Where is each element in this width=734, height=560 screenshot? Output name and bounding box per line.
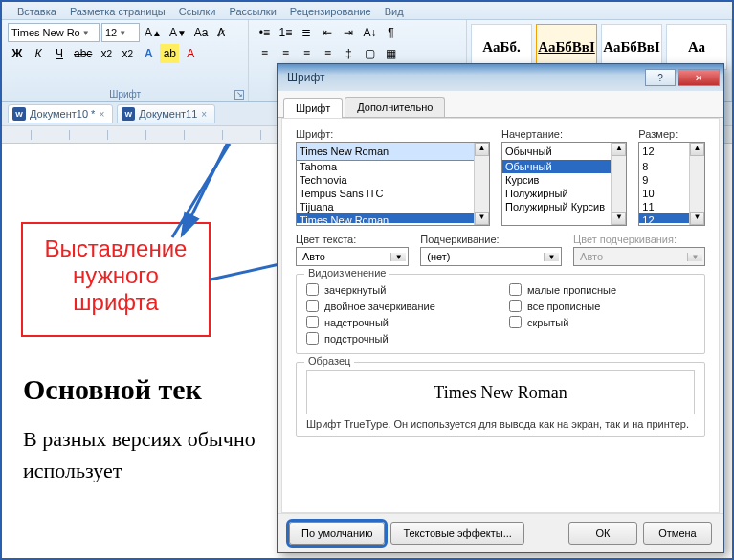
style-input[interactable]	[502, 143, 626, 160]
font-size-combo[interactable]: 12▼	[101, 23, 140, 42]
heading-text: Основной тек	[23, 373, 202, 406]
word-icon: W	[12, 107, 26, 121]
list-item[interactable]: Tijuana	[297, 200, 489, 213]
font-list-label: Шрифт:	[296, 128, 490, 140]
underline-style-label: Подчеркивание:	[420, 234, 562, 245]
dialog-titlebar[interactable]: Шрифт ? ✕	[278, 64, 723, 91]
shrink-font-button[interactable]: A▼	[167, 24, 189, 41]
list-item[interactable]: Полужирный	[502, 187, 626, 200]
clear-formatting-button[interactable]: A̷	[213, 24, 229, 41]
shading-button[interactable]: ▢	[360, 44, 379, 63]
size-listbox[interactable]: 8 9 10 11 12 ▲▼	[638, 142, 705, 226]
borders-button[interactable]: ▦	[381, 44, 400, 63]
superscript-button[interactable]: x2	[118, 44, 137, 63]
sort-button[interactable]: A↓	[360, 23, 379, 42]
allcaps-checkbox[interactable]: все прописные	[509, 299, 616, 313]
sample-group: Образец Times New Roman Шрифт TrueType. …	[296, 362, 705, 437]
close-icon[interactable]: ×	[99, 109, 104, 120]
list-item[interactable]: Полужирный Курсив	[502, 200, 626, 213]
grow-font-button[interactable]: A▲	[142, 24, 165, 41]
numbering-button[interactable]: 1≡	[276, 23, 295, 42]
underline-style-dropdown[interactable]: (нет)▼	[420, 247, 562, 266]
bullets-button[interactable]: •≡	[255, 23, 274, 42]
font-dialog-launcher[interactable]: ↘	[234, 90, 244, 100]
tab-page-layout[interactable]: Разметка страницы	[70, 6, 166, 17]
ok-button[interactable]: ОК	[568, 522, 637, 545]
ribbon-tabs: Вставка Разметка страницы Ссылки Рассылк…	[2, 2, 732, 20]
dialog-tab-font[interactable]: Шрифт	[283, 98, 343, 118]
change-case-button[interactable]: Aa	[191, 24, 211, 41]
svg-line-3	[218, 149, 255, 258]
word-icon: W	[122, 107, 135, 121]
tab-mailings[interactable]: Рассылки	[229, 6, 276, 17]
text-effects-button[interactable]: A	[139, 44, 158, 63]
list-item[interactable]: Обычный	[502, 160, 626, 173]
set-default-button[interactable]: По умолчанию	[289, 522, 385, 545]
font-color-dropdown[interactable]: Авто▼	[296, 247, 409, 266]
style-list-label: Начертание:	[501, 128, 627, 140]
dialog-title: Шрифт	[287, 71, 324, 84]
font-color-label: Цвет текста:	[296, 234, 409, 245]
dialog-buttons: По умолчанию Текстовые эффекты... ОК Отм…	[278, 513, 723, 552]
align-right-button[interactable]: ≡	[297, 44, 316, 63]
text-effects-button[interactable]: Текстовые эффекты...	[390, 522, 524, 545]
hidden-checkbox[interactable]: скрытый	[509, 315, 616, 329]
close-icon[interactable]: ×	[201, 109, 207, 120]
tab-view[interactable]: Вид	[385, 6, 404, 17]
increase-indent-button[interactable]: ⇥	[339, 23, 358, 42]
list-item[interactable]: Technovia	[297, 173, 489, 187]
underline-color-label: Цвет подчеркивания:	[573, 234, 705, 245]
dialog-tabs: Шрифт Дополнительно	[278, 91, 723, 118]
line-spacing-button[interactable]: ‡	[339, 44, 358, 63]
scrollbar[interactable]: ▲▼	[611, 143, 626, 225]
subscript-checkbox[interactable]: подстрочный	[306, 331, 498, 346]
annotation-callout: Выставление нужного шрифта	[21, 222, 211, 337]
strike-checkbox[interactable]: зачеркнутый	[306, 282, 498, 297]
tab-review[interactable]: Рецензирование	[290, 6, 371, 17]
strike-button[interactable]: abc	[71, 44, 95, 63]
align-left-button[interactable]: ≡	[255, 44, 274, 63]
effects-group: Видоизменение зачеркнутый двойное зачерк…	[296, 274, 705, 354]
scrollbar[interactable]: ▲▼	[474, 143, 489, 225]
font-color-button[interactable]: A	[181, 44, 200, 63]
font-name-combo[interactable]: Times New Ro▼	[8, 23, 100, 42]
bold-button[interactable]: Ж	[8, 44, 27, 63]
list-item[interactable]: Курсив	[502, 173, 626, 187]
font-group-label: Шрифт	[109, 89, 141, 100]
pilcrow-button[interactable]: ¶	[381, 23, 400, 42]
tab-references[interactable]: Ссылки	[179, 6, 216, 17]
list-item[interactable]: Times New Roman	[297, 213, 489, 223]
size-list-label: Размер:	[638, 128, 705, 140]
tab-insert[interactable]: Вставка	[17, 6, 56, 17]
doc-tab-1[interactable]: W Документ10 * ×	[8, 104, 113, 123]
paragraph-text: В разных версиях обычно использует	[23, 423, 272, 486]
justify-button[interactable]: ≡	[318, 44, 337, 63]
doc-tab-2[interactable]: W Документ11 ×	[117, 104, 215, 123]
highlight-button[interactable]: ab	[160, 44, 179, 63]
close-button[interactable]: ✕	[678, 69, 720, 86]
scrollbar[interactable]: ▲▼	[689, 143, 704, 225]
list-item[interactable]: Tempus Sans ITC	[297, 187, 489, 200]
dialog-tab-advanced[interactable]: Дополнительно	[345, 97, 445, 117]
chevron-down-icon: ▼	[390, 253, 406, 261]
font-note: Шрифт TrueType. Он используется для выво…	[306, 414, 695, 430]
smallcaps-checkbox[interactable]: малые прописные	[509, 282, 616, 297]
list-item[interactable]: Tahoma	[297, 160, 489, 173]
font-dialog: Шрифт ? ✕ Шрифт Дополнительно Шрифт: Tah…	[277, 63, 724, 553]
help-button[interactable]: ?	[645, 69, 676, 86]
double-strike-checkbox[interactable]: двойное зачеркивание	[306, 299, 498, 313]
font-preview: Times New Roman	[306, 370, 695, 414]
superscript-checkbox[interactable]: надстрочный	[306, 315, 498, 329]
subscript-button[interactable]: x2	[97, 44, 116, 63]
multilevel-button[interactable]: ≣	[297, 23, 316, 42]
style-listbox[interactable]: Обычный Курсив Полужирный Полужирный Кур…	[501, 142, 627, 226]
font-listbox[interactable]: Tahoma Technovia Tempus Sans ITC Tijuana…	[296, 142, 490, 226]
italic-button[interactable]: К	[29, 44, 48, 63]
decrease-indent-button[interactable]: ⇤	[318, 23, 337, 42]
font-name-input[interactable]	[297, 143, 489, 160]
cancel-button[interactable]: Отмена	[643, 522, 712, 545]
underline-color-dropdown: Авто▼	[573, 247, 705, 266]
chevron-down-icon: ▼	[82, 29, 90, 37]
underline-button[interactable]: Ч	[50, 44, 69, 63]
align-center-button[interactable]: ≡	[276, 44, 295, 63]
